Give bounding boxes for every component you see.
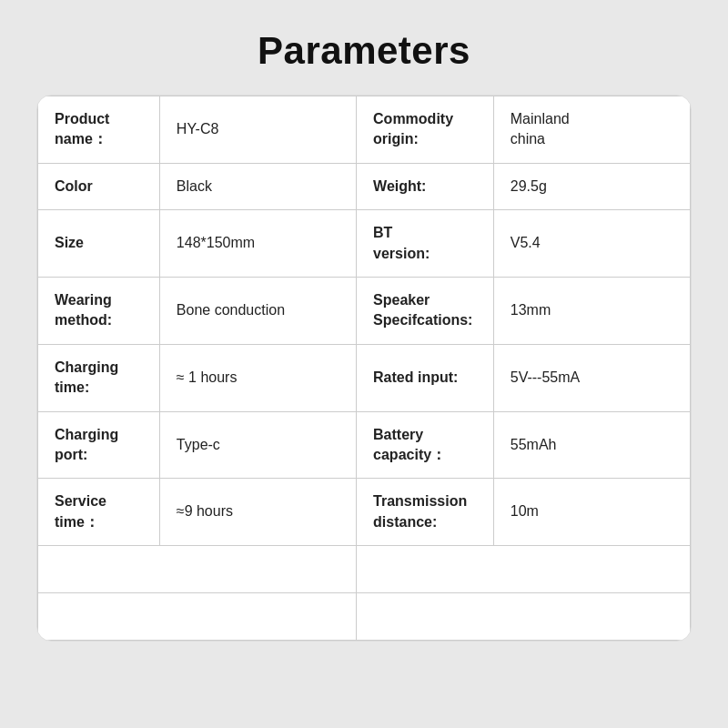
value-right-4: 5V---55mA xyxy=(493,344,690,411)
label-left-6: Service time： xyxy=(38,479,160,546)
label-left-4: Charging time: xyxy=(38,344,160,411)
table-row-0: Product name：HY-C8Commodity origin:Mainl… xyxy=(38,96,691,164)
label-right-2: BT version: xyxy=(357,210,494,278)
value-left-2: 148*150mm xyxy=(159,210,356,278)
value-left-4: ≈ 1 hours xyxy=(159,344,356,411)
label-right-4: Rated input: xyxy=(357,344,494,411)
label-left-1: Color xyxy=(38,163,160,209)
label-left-3: Wearing method: xyxy=(38,277,160,344)
table-row-4: Charging time:≈ 1 hoursRated input:5V---… xyxy=(38,344,691,411)
table-row-3: Wearing method:Bone conductionSpeaker Sp… xyxy=(38,277,691,344)
label-right-0: Commodity origin: xyxy=(357,96,494,164)
label-right-3: Speaker Specifcations: xyxy=(357,277,494,344)
table-row-2: Size148*150mmBT version:V5.4 xyxy=(38,210,691,278)
value-left-3: Bone conduction xyxy=(159,277,356,344)
value-left-1: Black xyxy=(159,163,356,209)
table-row-5: Charging port:Type-cBattery capacity：55m… xyxy=(38,411,691,479)
page-title: Parameters xyxy=(258,29,470,73)
parameters-table-container: Product name：HY-C8Commodity origin:Mainl… xyxy=(36,95,692,642)
value-left-0: HY-C8 xyxy=(159,96,356,164)
parameters-table: Product name：HY-C8Commodity origin:Mainl… xyxy=(37,96,691,641)
label-right-6: Transmission distance: xyxy=(357,479,494,546)
label-right-1: Weight: xyxy=(357,163,494,209)
table-row-empty-7 xyxy=(38,546,691,593)
label-right-5: Battery capacity： xyxy=(357,411,494,479)
value-left-5: Type-c xyxy=(159,411,356,479)
label-left-0: Product name： xyxy=(38,96,160,164)
label-left-5: Charging port: xyxy=(38,411,160,479)
value-right-0: Mainland china xyxy=(493,96,690,164)
value-right-2: V5.4 xyxy=(493,210,690,278)
value-right-1: 29.5g xyxy=(493,163,690,209)
table-row-1: ColorBlackWeight:29.5g xyxy=(38,163,691,209)
table-row-empty-8 xyxy=(38,593,691,641)
table-row-6: Service time：≈9 hoursTransmission distan… xyxy=(38,479,691,546)
value-right-5: 55mAh xyxy=(493,411,690,479)
value-right-3: 13mm xyxy=(493,277,690,344)
value-right-6: 10m xyxy=(493,479,690,546)
value-left-6: ≈9 hours xyxy=(159,479,356,546)
label-left-2: Size xyxy=(38,210,160,278)
